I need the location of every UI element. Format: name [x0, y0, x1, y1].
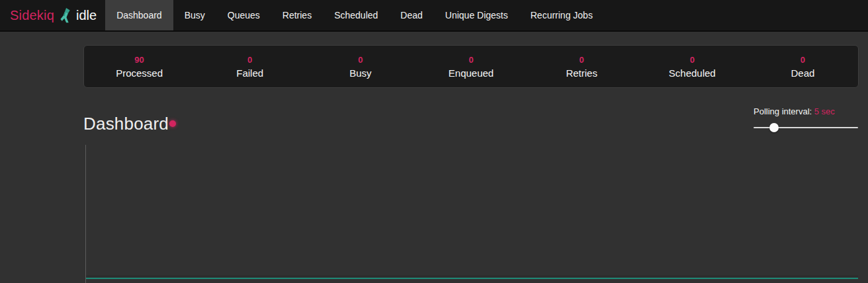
- stat-retries-value: 0: [580, 56, 584, 64]
- stat-enqueued: 0 Enqueued: [415, 46, 526, 87]
- stat-busy: 0 Busy: [305, 46, 415, 87]
- polling-interval-label: Polling interval: 5 sec: [754, 106, 859, 116]
- nav-tab-dead[interactable]: Dead: [389, 0, 433, 30]
- nav-tab-recurring-jobs[interactable]: Recurring Jobs: [519, 0, 604, 30]
- nav-tab-scheduled[interactable]: Scheduled: [323, 0, 389, 30]
- brand-logo-text: Sidekiq: [10, 8, 54, 23]
- polling-label-text: Polling interval:: [754, 106, 812, 116]
- stat-processed-label: Processed: [116, 68, 163, 78]
- stat-scheduled: 0 Scheduled: [637, 46, 748, 87]
- live-beacon-dot: [169, 120, 176, 127]
- summary-stats-bar: 90 Processed 0 Failed 0 Busy 0 Enqueued …: [83, 45, 859, 88]
- chart-processed-line: [86, 278, 858, 279]
- stat-busy-value: 0: [358, 56, 363, 64]
- nav-tab-unique-digests[interactable]: Unique Digests: [434, 0, 519, 30]
- stat-dead-value: 0: [801, 56, 805, 64]
- chart-gridline: [86, 276, 858, 276]
- stat-retries: 0 Retries: [527, 46, 637, 87]
- status-text: idle: [76, 8, 97, 23]
- stat-scheduled-label: Scheduled: [669, 68, 716, 78]
- polling-interval-slider[interactable]: [754, 127, 858, 128]
- stat-failed-label: Failed: [236, 68, 263, 78]
- stat-processed-value: 90: [134, 56, 144, 64]
- nav-tab-busy[interactable]: Busy: [173, 0, 216, 30]
- sidekiq-ninja-icon: [59, 8, 71, 23]
- sidekiq-brand[interactable]: Sidekiq idle: [0, 0, 105, 30]
- stat-dead-label: Dead: [791, 68, 814, 78]
- page-title: Dashboard: [83, 114, 169, 134]
- realtime-chart: [85, 145, 858, 283]
- polling-interval-control: Polling interval: 5 sec: [754, 106, 859, 128]
- polling-value-text: 5 sec: [814, 106, 835, 116]
- top-navbar: Sidekiq idle Dashboard Busy Queues Retri…: [0, 0, 868, 32]
- nav-tab-retries[interactable]: Retries: [271, 0, 323, 30]
- stat-retries-label: Retries: [566, 68, 597, 78]
- stat-dead: 0 Dead: [748, 46, 858, 87]
- stat-enqueued-label: Enqueued: [449, 68, 494, 78]
- nav-tabs: Dashboard Busy Queues Retries Scheduled …: [105, 0, 604, 30]
- stat-busy-label: Busy: [349, 68, 371, 78]
- nav-tab-queues[interactable]: Queues: [216, 0, 271, 30]
- stat-scheduled-value: 0: [690, 56, 695, 64]
- stat-failed-value: 0: [247, 56, 252, 64]
- nav-tab-dashboard[interactable]: Dashboard: [105, 0, 173, 30]
- stat-enqueued-value: 0: [468, 56, 473, 64]
- stat-failed: 0 Failed: [195, 46, 305, 87]
- stat-processed: 90 Processed: [84, 46, 195, 87]
